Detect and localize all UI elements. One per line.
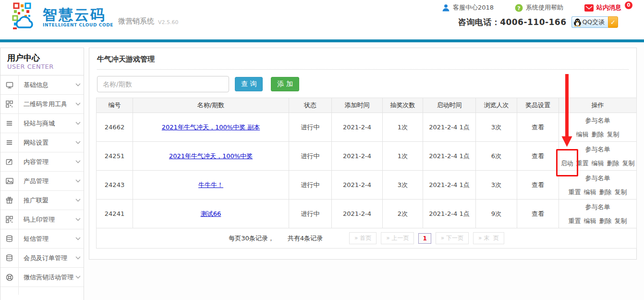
qq-chat-label: QQ交谈 xyxy=(583,18,605,26)
help-label: 系统使用帮助 xyxy=(526,3,563,12)
op-link[interactable]: 编辑 xyxy=(584,217,596,225)
column-header: 编号 xyxy=(97,98,133,113)
op-link[interactable]: 重置 xyxy=(569,217,581,225)
qq-verified-icon: ✓ xyxy=(608,16,618,28)
op-link[interactable]: 重置 xyxy=(576,160,589,167)
participants-link[interactable]: 参与名单 xyxy=(585,203,610,211)
op-link[interactable]: 复制 xyxy=(607,131,620,138)
sidebar-item-label: 短信管理 xyxy=(19,235,75,243)
sidebar-item-4[interactable]: 网站设置 xyxy=(0,133,84,152)
prize-view-link[interactable]: 查看 xyxy=(532,181,544,188)
sidebar-item-11[interactable]: 微信营销活动管理 xyxy=(0,268,84,287)
participants-link[interactable]: 参与名单 xyxy=(585,117,610,124)
sidebar-item-6[interactable]: 产品管理 xyxy=(0,172,84,191)
op-link[interactable]: 复制 xyxy=(615,217,627,225)
cell-start-time: 2021-2-4 1点 xyxy=(423,171,476,200)
search-input[interactable] xyxy=(97,76,229,92)
op-link[interactable]: 重置 xyxy=(569,188,581,196)
qrcode-icon xyxy=(0,95,19,113)
chevron-down-icon xyxy=(75,83,81,87)
game-name-link[interactable]: 2021年牛气冲天，100%中奖 xyxy=(169,152,253,160)
cell-added-time: 2021-2-4 xyxy=(332,113,383,142)
participants-link[interactable]: 参与名单 xyxy=(585,146,610,153)
chevron-down-icon xyxy=(75,141,81,144)
prize-view-link[interactable]: 查看 xyxy=(532,210,544,217)
sidebar-item-8[interactable]: 码上印管理 xyxy=(0,210,84,229)
column-header: 操作 xyxy=(559,98,637,113)
current-page-button[interactable]: 1 xyxy=(418,233,431,244)
per-page-label: 每页30条记录， xyxy=(229,234,274,243)
game-name-link[interactable]: 牛牛牛！ xyxy=(198,181,223,188)
cell-id: 24243 xyxy=(97,171,133,200)
first-page-button[interactable]: » 首页 xyxy=(349,232,377,244)
cell-draw-count: 1次 xyxy=(383,142,423,171)
cell-id: 24251 xyxy=(97,142,133,171)
sidebar-item-7[interactable]: 推广联盟 xyxy=(0,191,84,210)
total-records-label: 共有4条记录 xyxy=(288,234,323,243)
op-link[interactable]: 删除 xyxy=(599,217,612,225)
op-link[interactable]: 删除 xyxy=(599,188,612,196)
help-link[interactable]: ? 系统使用帮助 xyxy=(515,3,563,12)
version-label: V2.5.60 xyxy=(158,19,179,25)
sidebar-item-10[interactable]: 会员及订单管理 xyxy=(0,249,84,268)
sidebar-item-5[interactable]: 内容管理 xyxy=(0,152,84,172)
cell-id: 24662 xyxy=(97,113,133,142)
participants-link[interactable]: 参与名单 xyxy=(585,175,610,182)
column-header: 奖品设置 xyxy=(517,98,559,113)
messages-link[interactable]: 站内消息 0 xyxy=(584,3,632,12)
next-page-button[interactable]: » 下一页 xyxy=(436,232,469,244)
service-center-link[interactable]: 客服中心2018 xyxy=(442,3,494,12)
list-icon xyxy=(0,133,19,152)
cell-start-time: 2021-2-4 1点 xyxy=(423,113,476,142)
op-link[interactable]: 编辑 xyxy=(576,131,589,138)
cell-draw-count: 2次 xyxy=(383,200,423,228)
pagination-row: 每页30条记录，共有4条记录» 首页» 上一页1» 下一页» 末 页 xyxy=(97,228,637,249)
brand-text: 智慧云码 INTELLIGENT CLOUD CODE xyxy=(43,7,113,27)
sidebar-item-1[interactable]: 基础信息 xyxy=(0,75,84,95)
table-row: 246622021年牛气冲天，100%中奖 副本进行中2021-2-41次202… xyxy=(97,113,637,142)
chevron-down-icon xyxy=(75,218,81,221)
launch-highlight-box: 启动 xyxy=(559,156,575,170)
column-header: 抽奖次数 xyxy=(383,98,423,113)
launch-link[interactable]: 启动 xyxy=(561,160,573,167)
qrcode-icon xyxy=(0,210,19,229)
chevron-down-icon xyxy=(75,179,81,183)
sidebar-item-label: 产品管理 xyxy=(19,177,75,186)
cell-start-time: 2021-2-4 1点 xyxy=(423,200,476,228)
prev-page-button[interactable]: » 上一页 xyxy=(381,232,414,244)
sidebar-item-3[interactable]: 轻站与商城 xyxy=(0,114,84,133)
table-row: 24241测试66进行中2021-2-42次2021-2-4 1点9次查看参与名… xyxy=(97,200,637,228)
op-link[interactable]: 编辑 xyxy=(592,160,604,167)
op-link[interactable]: 删除 xyxy=(592,131,604,138)
op-link[interactable]: 编辑 xyxy=(584,188,596,196)
qq-chat-button[interactable]: QQ交谈 ✓ xyxy=(571,16,618,28)
chevron-down-icon xyxy=(75,199,81,202)
prize-view-link[interactable]: 查看 xyxy=(532,124,544,131)
brand-name: 智慧云码 xyxy=(43,7,113,23)
pagination: 每页30条记录，共有4条记录» 首页» 上一页1» 下一页» 末 页 xyxy=(97,232,636,244)
op-link[interactable]: 删除 xyxy=(607,160,620,167)
query-button[interactable]: 查 询 xyxy=(235,77,263,91)
sidebar-subtitle: USER CENTER xyxy=(7,63,77,70)
add-button[interactable]: 添 加 xyxy=(271,77,299,91)
op-link[interactable]: 复制 xyxy=(622,160,635,167)
sidebar-title: 用户中心 xyxy=(7,52,77,63)
prize-view-link[interactable]: 查看 xyxy=(532,152,544,160)
sidebar-item-label: 推广联盟 xyxy=(19,196,75,205)
column-header: 名称/期数 xyxy=(133,98,289,113)
messages-label: 站内消息 xyxy=(596,3,621,12)
chevron-down-icon xyxy=(75,237,81,240)
game-name-link[interactable]: 2021年牛气冲天，100%中奖 副本 xyxy=(162,124,260,131)
gift-icon xyxy=(0,191,19,210)
cell-draw-count: 1次 xyxy=(383,113,423,142)
logo: 智慧云码 INTELLIGENT CLOUD CODE 微营销系统 V2.5.6… xyxy=(12,2,179,30)
game-name-link[interactable]: 测试66 xyxy=(201,210,221,217)
sidebar-item-9[interactable]: 短信管理 xyxy=(0,229,84,249)
op-link[interactable]: 复制 xyxy=(615,188,627,196)
cell-added-time: 2021-2-4 xyxy=(332,142,383,171)
sidebar-item-2[interactable]: 二维码常用工具 xyxy=(0,95,84,114)
chevron-down-icon xyxy=(75,275,81,279)
last-page-button[interactable]: » 末 页 xyxy=(473,232,504,244)
phone-number: 咨询电话：4006-110-166 xyxy=(458,17,567,28)
column-header: 启动时间 xyxy=(423,98,476,113)
